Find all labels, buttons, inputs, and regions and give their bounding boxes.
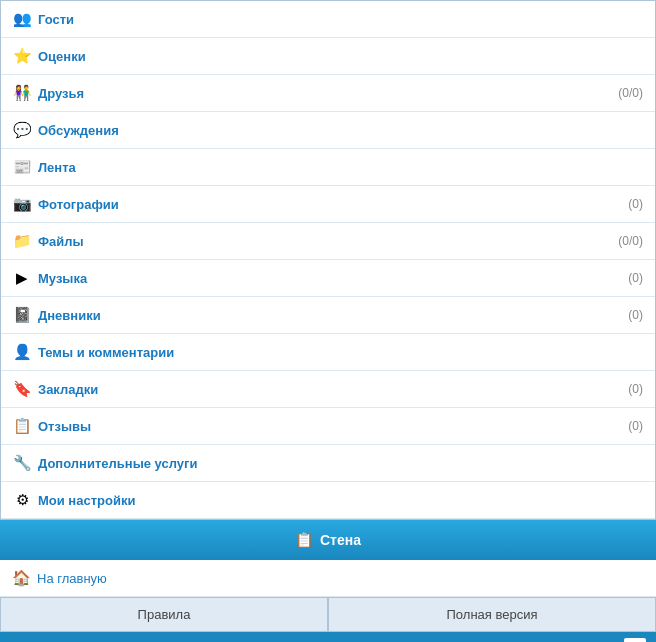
menu-item-label-settings: Мои настройки [38,493,135,508]
menu-item-left-diaries: 📓Дневники [13,306,101,324]
menu-item-count-bookmarks: (0) [628,382,643,396]
menu-item-bookmarks[interactable]: 🔖Закладки(0) [1,371,655,408]
menu-item-label-topics: Темы и комментарии [38,345,174,360]
topics-icon: 👤 [13,343,31,361]
footer-buttons: Правила Полная версия [0,597,656,632]
menu-item-left-ratings: ⭐Оценки [13,47,86,65]
menu-item-label-reviews: Отзывы [38,419,91,434]
photos-icon: 📷 [13,195,31,213]
guests-icon: 👥 [13,10,31,28]
menu-item-left-settings: ⚙Мои настройки [13,491,135,509]
home-icon: 🏠 [12,569,30,587]
menu-item-label-photos: Фотографии [38,197,119,212]
bookmarks-icon: 🔖 [13,380,31,398]
settings-icon: ⚙ [13,491,31,509]
menu-item-count-files: (0/0) [618,234,643,248]
menu-item-label-ratings: Оценки [38,49,86,64]
home-link[interactable]: 🏠 На главную [0,560,656,597]
diaries-icon: 📓 [13,306,31,324]
menu-item-label-feed: Лента [38,160,76,175]
menu-item-discussions[interactable]: 💬Обсуждения [1,112,655,149]
menu-item-count-music: (0) [628,271,643,285]
menu-item-label-guests: Гости [38,12,74,27]
services-icon: 🔧 [13,454,31,472]
reviews-icon: 📋 [13,417,31,435]
menu-item-label-discussions: Обсуждения [38,123,119,138]
menu-item-left-music: ▶Музыка [13,269,87,287]
rules-button[interactable]: Правила [0,597,328,632]
menu-item-left-discussions: 💬Обсуждения [13,121,119,139]
menu-item-label-diaries: Дневники [38,308,101,323]
wall-button-label: Стена [320,532,361,548]
menu-item-topics[interactable]: 👤Темы и комментарии [1,334,655,371]
menu-item-left-services: 🔧Дополнительные услуги [13,454,197,472]
menu-item-diaries[interactable]: 📓Дневники(0) [1,297,655,334]
menu-item-photos[interactable]: 📷Фотографии(0) [1,186,655,223]
menu-item-label-friends: Друзья [38,86,84,101]
menu-item-left-friends: 👫Друзья [13,84,84,102]
menu-item-label-services: Дополнительные услуги [38,456,197,471]
menu-item-settings[interactable]: ⚙Мои настройки [1,482,655,519]
menu-item-files[interactable]: 📁Файлы(0/0) [1,223,655,260]
menu-item-left-files: 📁Файлы [13,232,84,250]
bottom-section: 📋 Стена 🏠 На главную Правила Полная верс… [0,520,656,642]
menu-item-left-photos: 📷Фотографии [13,195,119,213]
menu-item-services[interactable]: 🔧Дополнительные услуги [1,445,655,482]
menu-item-left-feed: 📰Лента [13,158,76,176]
menu-item-music[interactable]: ▶Музыка(0) [1,260,655,297]
fullversion-button[interactable]: Полная версия [328,597,656,632]
menu-item-count-diaries: (0) [628,308,643,322]
menu-item-label-bookmarks: Закладки [38,382,98,397]
wall-icon: 📋 [295,531,313,549]
menu-item-label-files: Файлы [38,234,84,249]
main-container: 👥Гости⭐Оценки👫Друзья(0/0)💬Обсуждения📰Лен… [0,0,656,642]
menu-item-left-reviews: 📋Отзывы [13,417,91,435]
menu-list: 👥Гости⭐Оценки👫Друзья(0/0)💬Обсуждения📰Лен… [0,0,656,520]
friends-icon: 👫 [13,84,31,102]
menu-item-left-guests: 👥Гости [13,10,74,28]
menu-item-count-friends: (0/0) [618,86,643,100]
discussions-icon: 💬 [13,121,31,139]
menu-item-count-photos: (0) [628,197,643,211]
files-icon: 📁 [13,232,31,250]
menu-item-reviews[interactable]: 📋Отзывы(0) [1,408,655,445]
feed-icon: 📰 [13,158,31,176]
menu-item-friends[interactable]: 👫Друзья(0/0) [1,75,655,112]
menu-item-count-reviews: (0) [628,419,643,433]
menu-item-feed[interactable]: 📰Лента [1,149,655,186]
ratings-icon: ⭐ [13,47,31,65]
menu-item-ratings[interactable]: ⭐Оценки [1,38,655,75]
branding-bar: DCMS-SOCIAL C [0,632,656,642]
menu-item-label-music: Музыка [38,271,87,286]
branding-c-button[interactable]: C [624,638,646,642]
music-icon: ▶ [13,269,31,287]
menu-item-left-topics: 👤Темы и комментарии [13,343,174,361]
home-link-label: На главную [37,571,107,586]
wall-button[interactable]: 📋 Стена [0,520,656,560]
menu-item-guests[interactable]: 👥Гости [1,1,655,38]
menu-item-left-bookmarks: 🔖Закладки [13,380,98,398]
